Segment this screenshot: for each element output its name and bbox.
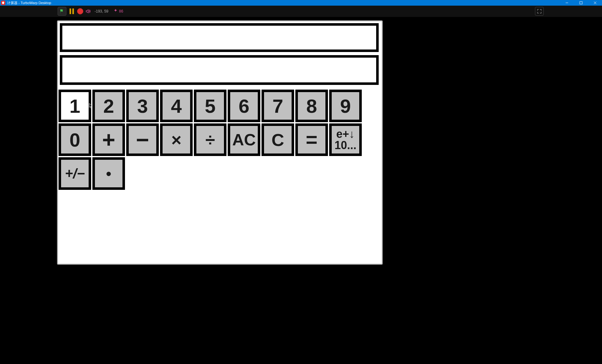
key-9[interactable]: 9 — [329, 90, 362, 122]
stage[interactable]: 1 2 3 4 5 6 7 8 9 0 + − × ÷ AC C = e+↓ 1… — [57, 20, 383, 265]
fullscreen-button[interactable] — [535, 7, 544, 16]
stop-button[interactable] — [77, 8, 83, 14]
key-5[interactable]: 5 — [194, 90, 226, 122]
key-scientific-line1: e+↓ — [336, 128, 355, 140]
pause-button[interactable] — [68, 8, 75, 15]
green-flag-button[interactable] — [58, 7, 66, 16]
key-plus-minus[interactable]: +/− — [59, 157, 91, 190]
close-button[interactable] — [588, 0, 602, 6]
key-divide[interactable]: ÷ — [194, 123, 226, 156]
key-minus[interactable]: − — [126, 123, 159, 156]
key-scientific-line2: 10... — [335, 140, 356, 151]
key-6[interactable]: 6 — [228, 90, 260, 122]
key-plus[interactable]: + — [92, 123, 125, 156]
toolbar: -193, 59 86 — [0, 6, 602, 17]
titlebar: 计算器 - TurboWarp Desktop — [0, 0, 602, 6]
key-0[interactable]: 0 — [59, 123, 91, 156]
maximize-button[interactable] — [574, 0, 588, 6]
mouse-coords: -193, 59 — [95, 9, 108, 13]
minimize-button[interactable] — [560, 0, 574, 6]
key-decimal[interactable]: • — [92, 157, 125, 190]
turbo-icon — [113, 8, 118, 14]
display-primary — [60, 23, 379, 52]
app-icon — [1, 1, 5, 5]
key-4[interactable]: 4 — [160, 90, 193, 122]
sound-icon[interactable] — [85, 8, 91, 14]
key-scientific[interactable]: e+↓ 10... — [329, 123, 362, 156]
key-clear[interactable]: C — [262, 123, 294, 156]
key-8[interactable]: 8 — [295, 90, 328, 122]
key-equals[interactable]: = — [295, 123, 328, 156]
fps-counter: 86 — [119, 9, 123, 13]
display-secondary — [60, 55, 379, 85]
key-3[interactable]: 3 — [126, 90, 159, 122]
window-title: 计算器 - TurboWarp Desktop — [7, 1, 51, 5]
key-multiply[interactable]: × — [160, 123, 193, 156]
key-2[interactable]: 2 — [92, 90, 125, 122]
svg-rect-0 — [580, 2, 582, 4]
key-7[interactable]: 7 — [262, 90, 294, 122]
key-1[interactable]: 1 — [59, 90, 91, 122]
key-all-clear[interactable]: AC — [228, 123, 260, 156]
